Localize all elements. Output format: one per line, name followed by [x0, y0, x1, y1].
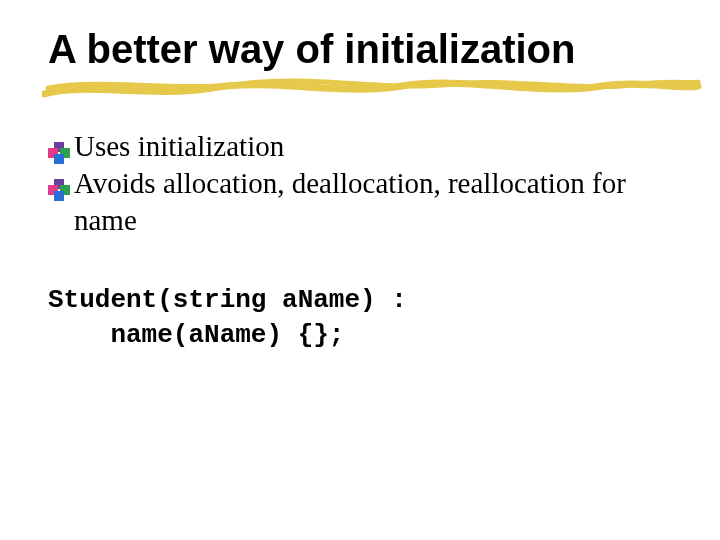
slide-title: A better way of initialization	[48, 28, 680, 70]
slide: A better way of initialization Uses init…	[0, 0, 720, 540]
svg-rect-3	[54, 154, 64, 164]
bullet-text: Uses initialization	[74, 128, 680, 165]
list-item: Uses initialization	[48, 128, 680, 165]
svg-rect-7	[54, 191, 64, 201]
title-underline	[48, 78, 680, 102]
decorative-bullet-icon	[48, 173, 70, 195]
bullet-list: Uses initialization Avoids allocation, d…	[48, 128, 680, 239]
decorative-bullet-icon	[48, 136, 70, 158]
list-item: Avoids allocation, deallocation, realloc…	[48, 165, 680, 239]
code-block: Student(string aName) : name(aName) {};	[48, 283, 680, 353]
bullet-text: Avoids allocation, deallocation, realloc…	[74, 165, 680, 239]
scribble-underline-icon	[42, 74, 702, 102]
